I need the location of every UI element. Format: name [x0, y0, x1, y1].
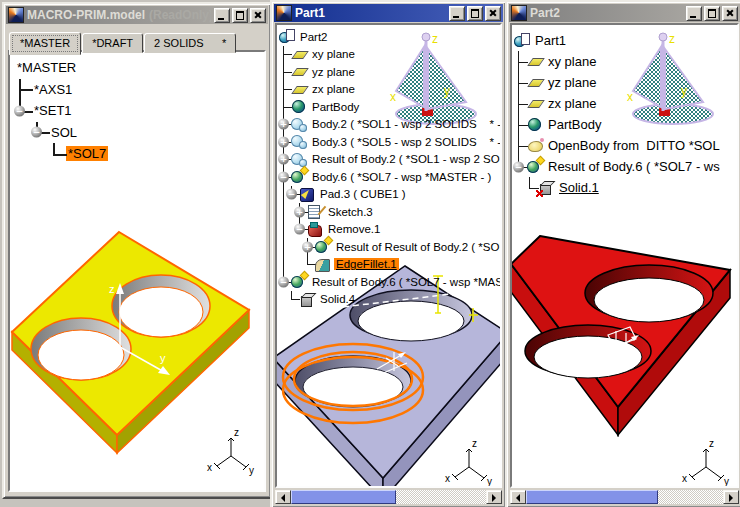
body-light-icon [291, 134, 308, 149]
tree-guide [32, 143, 49, 165]
tree-item-label[interactable]: Result of Body.2 ( *SOL1 - wsp 2 SOLID [310, 153, 502, 165]
tree-item-label[interactable]: yz plane [310, 66, 357, 78]
tree-expand-handle[interactable]: + [294, 206, 305, 217]
tree-collapse-handle[interactable]: − [31, 127, 42, 138]
window-part2: Part2 [505, 0, 740, 507]
tree-item-label[interactable]: Body.2 ( *SOL1 - wsp 2 SOLIDS * - ) [310, 118, 502, 130]
tree-guide [279, 238, 287, 256]
title-bar[interactable]: Part1 [274, 4, 503, 22]
corner-triad [452, 449, 487, 481]
close-button[interactable] [722, 6, 738, 21]
triad-x-label: x [682, 473, 687, 484]
minimize-button[interactable] [449, 6, 465, 21]
tree-item-label[interactable]: Body.3 ( *SOL5 - wsp 2 SOLIDS * - ) [310, 136, 502, 148]
tree-connector [514, 51, 527, 72]
tree-row: +Body.3 ( *SOL5 - wsp 2 SOLIDS * - ) [279, 133, 502, 151]
part-view-panel[interactable]: z x y z x y Part2xy planeyz planezx plan… [275, 23, 502, 488]
tree-expand-handle[interactable]: + [278, 136, 289, 147]
tree-item-label[interactable]: PartBody [310, 101, 361, 113]
hole-lower[interactable] [31, 318, 131, 380]
tree-expand-handle[interactable]: + [278, 154, 289, 165]
minimize-button[interactable] [686, 6, 702, 21]
workspace-tab[interactable]: 2 SOLIDS * [144, 33, 236, 53]
model-view-panel[interactable]: z y z x y *MASTER*AXS1−*SET1−SOL*SOL7 [8, 50, 266, 492]
tree-collapse-handle[interactable]: − [294, 224, 305, 235]
tree-item-label[interactable]: xy plane [310, 48, 357, 60]
workspace-tab[interactable]: *DRAFT [82, 33, 143, 53]
triad-x-label: x [445, 473, 450, 484]
tree-item-label[interactable]: *MASTER [15, 60, 78, 75]
window-title: MACRO-PRIM.model(ReadOnly) [27, 8, 211, 22]
tree-item-label[interactable]: Solid.4 [318, 293, 357, 305]
tree-item-label[interactable]: *AXS1 [32, 82, 74, 97]
tree-connector: + [279, 116, 291, 134]
tree-collapse-handle[interactable]: − [278, 171, 289, 182]
pad-icon [299, 187, 316, 202]
tree-item-label[interactable]: Result of Result of Body.2 ( *SOL [334, 241, 502, 253]
tree-connector [514, 93, 527, 114]
tree-row: +Body.2 ( *SOL1 - wsp 2 SOLIDS * - ) [279, 116, 502, 134]
scroll-right-button[interactable] [723, 490, 739, 504]
tree-item-label[interactable]: Solid.1 [557, 180, 601, 195]
tree-connector: − [32, 122, 49, 144]
hole-upper[interactable] [112, 275, 210, 337]
scroll-track[interactable] [291, 490, 486, 504]
tree-item-label[interactable]: PartBody [546, 117, 603, 132]
edge-fillet-selection-rings[interactable] [283, 344, 423, 423]
maximize-button[interactable] [467, 6, 483, 21]
tree-collapse-handle[interactable]: − [278, 276, 289, 287]
part-view-panel[interactable]: z x y z x y Part1xy planeyz planezx plan… [510, 23, 739, 488]
workspace-tab[interactable]: *MASTER [9, 32, 81, 55]
scroll-thumb[interactable] [291, 490, 396, 504]
triad-x-label: x [207, 462, 212, 473]
hole-upper[interactable] [585, 265, 713, 321]
tree-item-label[interactable]: Pad.3 ( CUBE1 ) [318, 188, 408, 200]
tree-item-label[interactable]: Result of Body.6 ( *SOL7 - ws [546, 159, 722, 174]
yellow-plate-solid[interactable] [12, 232, 249, 453]
tree-item-label[interactable]: Remove.1 [326, 223, 382, 235]
tree-collapse-handle[interactable]: − [14, 105, 25, 116]
tree-item-label[interactable]: zx plane [310, 83, 357, 95]
tree-item-label[interactable]: *SET1 [32, 103, 74, 118]
tree-collapse-handle[interactable]: − [286, 189, 297, 200]
title-bar[interactable]: MACRO-PRIM.model(ReadOnly) [6, 6, 268, 24]
tree-item-label[interactable]: Result of Body.6 ( *SOL7 - wsp *MASTE [310, 276, 502, 288]
horizontal-scrollbar[interactable] [275, 490, 502, 504]
scroll-left-button[interactable] [275, 490, 291, 504]
tree-item-label[interactable]: zx plane [546, 96, 598, 111]
tree-item-label[interactable]: EdgeFillet.1 [334, 258, 399, 270]
tree-row: Solid.4 [279, 291, 502, 309]
title-bar[interactable]: Part2 [509, 4, 740, 22]
tree-item-label[interactable]: Sketch.3 [326, 206, 375, 218]
hole-lower[interactable] [525, 325, 651, 377]
tree-row: *MASTER [15, 57, 108, 79]
scroll-thumb[interactable] [526, 490, 658, 504]
tree-expand-handle[interactable]: + [278, 119, 289, 130]
red-plate-solid[interactable] [512, 236, 730, 435]
tree-item-label[interactable]: *SOL7 [66, 146, 108, 161]
tree-row: −Result of Body.6 ( *SOL7 - ws [514, 156, 722, 177]
maximize-button[interactable] [232, 8, 248, 23]
tree-item-label[interactable]: xy plane [546, 54, 598, 69]
tree-expand-handle[interactable]: + [302, 241, 313, 252]
tree-collapse-handle[interactable]: − [513, 161, 524, 172]
maximize-button[interactable] [704, 6, 720, 21]
scroll-right-button[interactable] [486, 490, 502, 504]
horizontal-scrollbar[interactable] [510, 490, 739, 504]
tree-connector: − [287, 186, 299, 204]
tree-item-label[interactable]: Part1 [533, 33, 568, 48]
close-button[interactable] [250, 8, 266, 23]
tree-row: +Result of Body.2 ( *SOL1 - wsp 2 SOLID [279, 151, 502, 169]
minimize-button[interactable] [214, 8, 230, 23]
tree-item-label[interactable]: SOL [49, 125, 79, 140]
tree-item-label[interactable]: yz plane [546, 75, 598, 90]
tree-item-label[interactable]: OpenBody from DITTO *SOL [546, 138, 722, 153]
hole-lower[interactable] [295, 356, 411, 406]
scroll-track[interactable] [526, 490, 723, 504]
tree-connector [49, 143, 66, 165]
scroll-left-button[interactable] [510, 490, 526, 504]
tree-item-label[interactable]: Part2 [298, 31, 330, 43]
close-button[interactable] [485, 6, 501, 21]
tree-item-label[interactable]: Body.6 ( *SOL7 - wsp *MASTER - ) [310, 171, 493, 183]
triad-y-label: y [249, 465, 254, 476]
